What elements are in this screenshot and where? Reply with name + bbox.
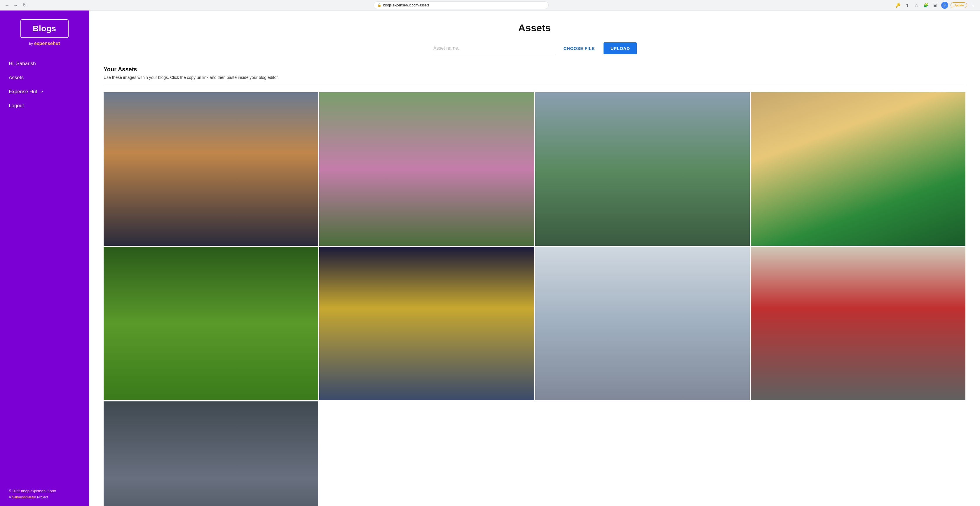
sidebar-item-greeting: Hi, Sabarish xyxy=(9,61,80,67)
sidebar-byline: by expensehut xyxy=(29,41,60,46)
asset-image-7[interactable] xyxy=(535,247,750,400)
sidebar-item-logout[interactable]: Logout xyxy=(9,103,80,109)
sidebar-item-assets[interactable]: Assets xyxy=(9,75,80,81)
section-divider xyxy=(103,85,966,85)
address-bar[interactable]: 🔒 blogs.expensehut.com/assets xyxy=(374,2,549,9)
sidebar-nav: Hi, Sabarish Assets Expense Hut ↗ Logout xyxy=(0,52,89,482)
asset-image-3[interactable] xyxy=(535,92,750,246)
sidebar-footer-copy: © 2022 blogs.expensehut.com xyxy=(9,488,80,494)
app-wrapper: Blogs by expensehut Hi, Sabarish Assets … xyxy=(0,11,980,506)
sidebar-brand-text: expensehut xyxy=(34,41,60,46)
asset-image-2[interactable] xyxy=(319,92,534,246)
refresh-button[interactable]: ↻ xyxy=(21,2,28,9)
url-text: blogs.expensehut.com/assets xyxy=(383,3,429,7)
asset-image-6[interactable] xyxy=(319,247,534,400)
sidebar-logo-text: Blogs xyxy=(33,24,56,33)
key-icon[interactable]: 🔑 xyxy=(894,2,902,9)
sidebar-item-expensehut[interactable]: Expense Hut ↗ xyxy=(9,89,80,95)
browser-nav-buttons: ← → ↻ xyxy=(3,2,28,9)
sidebar-logo-box: Blogs xyxy=(21,19,68,38)
sidebar-footer-sub: A SabarishNarain Project xyxy=(9,494,80,500)
your-assets-description: Use these images within your blogs. Clic… xyxy=(103,75,966,80)
asset-image-1[interactable] xyxy=(103,92,318,246)
page-title: Assets xyxy=(103,22,966,34)
your-assets-section: Your Assets Use these images within your… xyxy=(103,66,966,506)
browser-chrome: ← → ↻ 🔒 blogs.expensehut.com/assets 🔑 ⬆ … xyxy=(0,0,980,11)
sidebar-by-text: by xyxy=(29,42,34,46)
asset-image-8[interactable] xyxy=(751,247,966,400)
asset-image-9[interactable] xyxy=(103,401,318,506)
back-button[interactable]: ← xyxy=(3,2,11,9)
asset-name-input[interactable] xyxy=(432,43,555,54)
asset-image-4[interactable] xyxy=(751,92,966,246)
choose-file-button[interactable]: CHOOSE FILE xyxy=(560,43,599,53)
sidebar-footer: © 2022 blogs.expensehut.com A SabarishNa… xyxy=(0,482,89,506)
main-content: Assets CHOOSE FILE UPLOAD Your Assets Us… xyxy=(89,11,980,506)
update-button[interactable]: Update xyxy=(951,2,967,8)
external-link-icon: ↗ xyxy=(40,90,43,94)
your-assets-title: Your Assets xyxy=(103,66,966,73)
share-icon[interactable]: ⬆ xyxy=(904,2,911,9)
sidebar-footer-link[interactable]: SabarishNarain xyxy=(12,495,36,499)
sidebar-logo-area: Blogs by expensehut xyxy=(0,11,89,52)
sidebar: Blogs by expensehut Hi, Sabarish Assets … xyxy=(0,11,89,506)
forward-button[interactable]: → xyxy=(12,2,19,9)
asset-image-5[interactable] xyxy=(103,247,318,400)
sidebar-toggle-icon[interactable]: ▣ xyxy=(932,2,939,9)
browser-actions: 🔑 ⬆ ☆ 🧩 ▣ S Update ⋮ xyxy=(894,2,977,9)
image-grid xyxy=(103,92,966,506)
menu-icon[interactable]: ⋮ xyxy=(969,2,977,9)
user-avatar[interactable]: S xyxy=(941,2,948,9)
lock-icon: 🔒 xyxy=(377,3,382,7)
upload-area: CHOOSE FILE UPLOAD xyxy=(103,42,966,54)
extension-icon[interactable]: 🧩 xyxy=(923,2,929,9)
bookmark-icon[interactable]: ☆ xyxy=(913,2,920,9)
upload-button[interactable]: UPLOAD xyxy=(603,42,637,54)
